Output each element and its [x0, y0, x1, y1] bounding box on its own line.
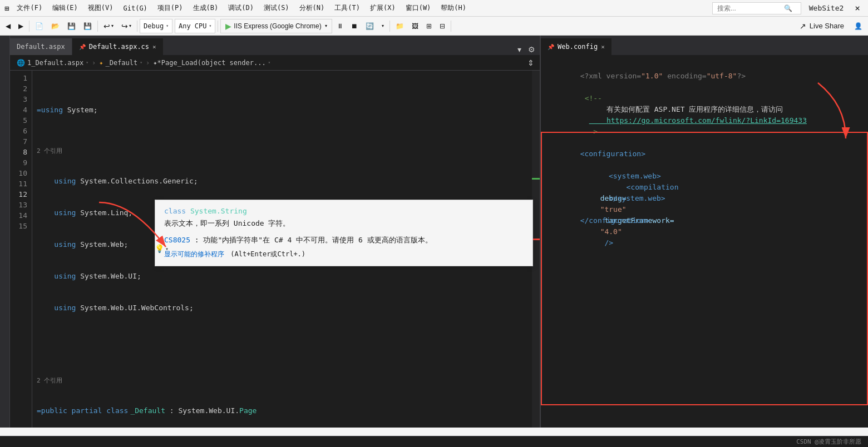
menu-window[interactable]: 窗口(W): [401, 1, 436, 15]
profile-icon: 👤: [854, 22, 862, 30]
menu-build[interactable]: 生成(B): [189, 1, 223, 15]
tooltip-title: class System.String: [164, 207, 524, 215]
menu-file[interactable]: 文件(F): [12, 1, 47, 15]
tooltip-popup: class System.String 表示文本，即一系列 Unicode 字符…: [155, 200, 533, 266]
class-icon: ✦: [99, 59, 103, 67]
cpu-mode-label: Any CPU: [179, 22, 207, 30]
save-all-button[interactable]: 💾: [80, 18, 95, 34]
tab-pin-icon: 📌: [79, 44, 86, 50]
line-numbers: 1 2 3 4 5 6 7 8 9 10 11 12 13 14 15: [10, 71, 32, 428]
image-button[interactable]: 🖼: [408, 18, 422, 34]
folder-button[interactable]: 📁: [392, 18, 407, 34]
separator-2: [97, 21, 98, 32]
tab-settings-btn[interactable]: ⚙: [526, 44, 537, 55]
restart-icon: 🔄: [366, 22, 374, 30]
menu-git[interactable]: Git(G): [119, 2, 152, 14]
search-input[interactable]: [717, 4, 784, 12]
tab-bar-end: ▾ ⚙: [515, 44, 540, 55]
menu-debug[interactable]: 调试(D): [224, 1, 258, 15]
menu-view[interactable]: 视图(V): [83, 1, 118, 15]
tooltip-fix-row: 显示可能的修补程序 (Alt+Enter或Ctrl+.): [164, 250, 524, 259]
window-close-btn[interactable]: ×: [851, 3, 864, 13]
cpu-mode-dropdown[interactable]: Any CPU ▾: [175, 19, 215, 33]
grid-button[interactable]: ⊞: [423, 18, 435, 34]
panel-button[interactable]: ⊟: [436, 18, 448, 34]
footer: CSDN @凌霄玉阶非所愿: [0, 436, 868, 447]
warning-code-link[interactable]: CS8025: [164, 236, 190, 244]
xml-link[interactable]: https://go.microsoft.com/fwlink/?LinkId=…: [589, 116, 807, 125]
stop-button[interactable]: ⏹: [348, 18, 361, 34]
undo-icon: ↩: [103, 22, 110, 31]
warning-text: : 功能"内插字符串"在 C# 4 中不可用。请使用 6 或更高的语言版本。: [195, 236, 432, 244]
profile-button[interactable]: 👤: [851, 18, 866, 34]
separator-6: [451, 21, 451, 32]
tab-label-default-aspx: Default.aspx: [17, 43, 65, 51]
breadcrumb-bar: 🌐 1_Default.aspx ▾ › ✦ _Default ▾ › ✦*Pa…: [10, 55, 540, 71]
new-file-button[interactable]: 📄: [32, 18, 47, 34]
breadcrumb-method[interactable]: ✦*Page_Load(object sender... ▾: [151, 59, 273, 67]
open-file-button[interactable]: 📂: [48, 18, 63, 34]
code-line-1: =using System;: [37, 105, 527, 115]
pause-button[interactable]: ⏸: [333, 18, 347, 34]
split-editor-btn[interactable]: ⇕: [526, 57, 535, 68]
menu-test[interactable]: 测试(S): [259, 1, 294, 15]
right-panel: 📌 Web.config × <?xml version="1.0" enco: [540, 36, 868, 428]
xml-area[interactable]: <?xml version="1.0" encoding="utf-8"?> <…: [541, 55, 868, 428]
debug-dropdown-arrow: ▾: [166, 23, 169, 28]
run-button[interactable]: ▶ IIS Express (Google Chrome) ▾: [220, 19, 332, 33]
menu-bar: ⊞ 文件(F) 编辑(E) 视图(V) Git(G) 项目(P) 生成(B) 调…: [0, 0, 868, 17]
separator-5: [389, 21, 390, 32]
breadcrumb-class-arrow: ▾: [140, 60, 142, 65]
redo-button[interactable]: ↪ ▾: [118, 18, 135, 34]
save-button[interactable]: 💾: [64, 18, 79, 34]
tab-default-aspx-cs[interactable]: 📌 Default.aspx.cs ×: [72, 38, 164, 55]
tab-scroll-down[interactable]: ▾: [515, 44, 524, 55]
stop-icon: ⏹: [351, 22, 358, 30]
menu-edit[interactable]: 编辑(E): [48, 1, 82, 15]
mini-scrollbar[interactable]: [532, 71, 540, 428]
breadcrumb-class[interactable]: ✦ _Default ▾: [97, 59, 145, 67]
menu-analyze[interactable]: 分析(N): [295, 1, 329, 15]
forward-button[interactable]: ▶: [15, 18, 27, 34]
pause-icon: ⏸: [337, 22, 343, 30]
refs-2: 2 个引用: [37, 147, 527, 155]
forward-icon: ▶: [18, 22, 23, 30]
menu-project[interactable]: 项目(P): [153, 1, 188, 15]
tab-close-btn[interactable]: ×: [152, 43, 156, 51]
fix-link[interactable]: 显示可能的修补程序: [164, 250, 224, 258]
left-gutter: [0, 36, 10, 428]
tab-web-config[interactable]: 📌 Web.config ×: [541, 38, 612, 55]
menu-help[interactable]: 帮助(H): [436, 1, 471, 15]
breadcrumb-file-arrow: ▾: [86, 60, 88, 65]
lightbulb-icon[interactable]: 💡: [155, 244, 164, 253]
app-title: WebSite2: [802, 4, 851, 12]
search-box[interactable]: 🔍: [712, 2, 801, 14]
live-share-icon: ↗: [800, 22, 806, 31]
lightbulb-dropdown[interactable]: ▾: [165, 246, 169, 252]
right-tab-pin: 📌: [548, 44, 554, 50]
open-icon: 📂: [51, 22, 60, 30]
refresh-dropdown[interactable]: ▾: [378, 18, 387, 34]
live-share-button[interactable]: ↗ Live Share: [794, 20, 850, 32]
code-line-2: using System.Collections.Generic;: [37, 176, 527, 186]
footer-credit: CSDN @凌霄玉阶非所愿: [796, 438, 861, 446]
lightbulb-row: 💡 ▾: [155, 244, 169, 253]
tab-default-aspx[interactable]: Default.aspx: [10, 38, 72, 55]
right-tab-close[interactable]: ×: [601, 43, 605, 51]
debug-mode-label: Debug: [144, 22, 164, 30]
save-all-icon: 💾: [83, 22, 92, 30]
redo-dropdown-arrow: ▾: [129, 23, 131, 28]
run-icon: ▶: [225, 22, 231, 31]
breadcrumb-file[interactable]: 🌐 1_Default.aspx ▾: [14, 59, 91, 67]
back-button[interactable]: ◀: [2, 18, 14, 34]
restart-button[interactable]: 🔄: [362, 18, 377, 34]
tooltip-description: 表示文本，即一系列 Unicode 字符。: [164, 218, 524, 229]
breadcrumb-method-label: ✦*Page_Load(object sender...: [153, 59, 265, 67]
debug-mode-dropdown[interactable]: Debug ▾: [140, 19, 172, 33]
undo-button[interactable]: ↩ ▾: [100, 18, 117, 34]
folder-icon: 📁: [396, 22, 404, 30]
menu-extensions[interactable]: 扩展(X): [366, 1, 400, 15]
menu-tools[interactable]: 工具(T): [330, 1, 364, 15]
live-share-label: Live Share: [810, 22, 844, 30]
right-tab-label: Web.config: [558, 43, 598, 51]
